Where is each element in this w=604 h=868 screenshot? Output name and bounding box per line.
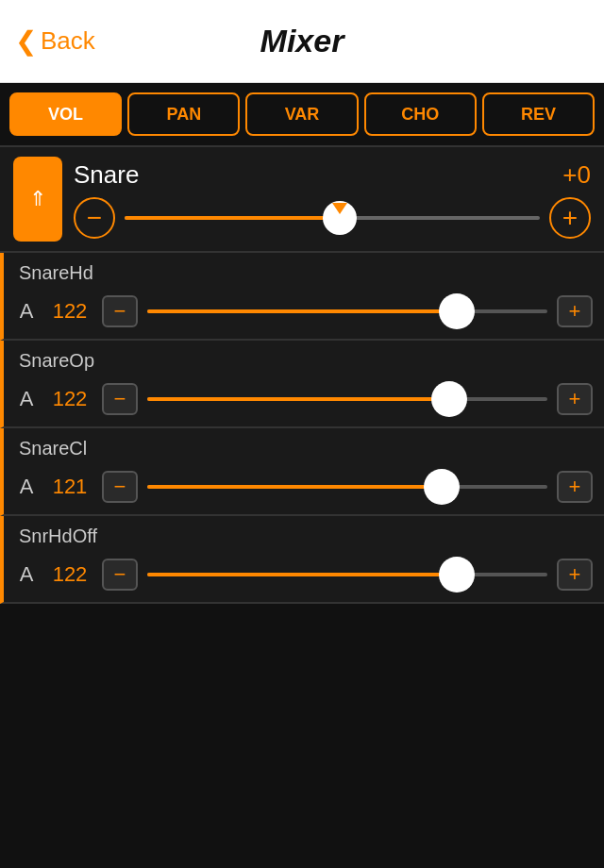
back-label: Back [41,26,95,56]
channel-letter: A [15,475,38,499]
double-up-icon: ⇑ [29,187,46,211]
header: ❮ Back Mixer [0,0,604,83]
tab-var[interactable]: VAR [245,92,358,136]
channel-slider-fill [147,309,457,313]
tab-rev[interactable]: REV [482,92,595,136]
channel-plus-button[interactable]: + [557,383,593,415]
tab-bar: VOL PAN VAR CHO REV [0,83,604,147]
channel-group-snareop: SnareOp A 122 − + [0,341,604,428]
channel-name: SnareCl [4,428,604,465]
tab-cho[interactable]: CHO [364,92,477,136]
channel-group-snarecl: SnareCl A 121 − + [0,428,604,516]
master-section: ⇑ Snare +0 − + [0,147,604,253]
master-slider-triangle [332,203,347,214]
plus-icon: + [569,475,581,499]
channel-name: SnareHd [4,253,604,290]
channel-plus-button[interactable]: + [557,559,593,591]
channel-slider-track[interactable] [147,397,547,401]
channel-minus-button[interactable]: − [102,383,138,415]
channel-minus-button[interactable]: − [102,295,138,327]
page-title: Mixer [260,23,344,59]
channel-letter: A [15,299,38,324]
master-slider-track[interactable] [125,216,540,220]
channel-slider-fill [147,397,449,401]
channel-slider-thumb[interactable] [431,381,467,417]
channel-group-snrhdoff: SnrHdOff A 122 − + [0,516,604,604]
channel-value: 122 [47,387,92,411]
plus-icon: + [569,387,581,411]
channel-minus-button[interactable]: − [102,559,138,591]
channel-name: SnrHdOff [4,516,604,553]
chevron-left-icon: ❮ [15,25,37,57]
plus-icon: + [569,562,581,587]
channel-row: A 122 − + [4,377,604,426]
master-content: Snare +0 − + [74,160,591,239]
channel-slider-thumb[interactable] [424,469,460,505]
channel-row: A 121 − + [4,465,604,514]
channel-row: A 122 − + [4,553,604,602]
master-slider-fill [125,216,340,220]
master-icon[interactable]: ⇑ [13,157,62,242]
channel-value: 122 [47,299,92,324]
minus-icon: − [114,387,126,411]
minus-icon: − [114,475,126,499]
channel-slider-fill [147,573,457,576]
channel-value: 121 [47,475,92,499]
back-button[interactable]: ❮ Back [15,25,95,57]
channels-container: SnareHd A 122 − + SnareOp A 122 − [0,253,604,604]
minus-icon: − [87,205,102,231]
channel-minus-button[interactable]: − [102,471,138,503]
master-label: Snare [74,160,139,190]
tab-vol[interactable]: VOL [9,92,122,136]
plus-icon: + [569,299,581,324]
channel-plus-button[interactable]: + [557,295,593,327]
channel-group-snarehd: SnareHd A 122 − + [0,253,604,341]
channel-letter: A [15,387,38,411]
channel-value: 122 [47,562,92,587]
master-value: +0 [562,160,591,190]
channel-row: A 122 − + [4,290,604,339]
channel-slider-thumb[interactable] [439,293,475,329]
channel-slider-fill [147,485,442,489]
channel-letter: A [15,562,38,587]
minus-icon: − [114,299,126,324]
channel-slider-track[interactable] [147,309,547,313]
master-plus-button[interactable]: + [549,197,591,239]
channel-name: SnareOp [4,341,604,377]
tab-pan[interactable]: PAN [127,92,240,136]
master-minus-button[interactable]: − [74,197,115,239]
master-slider-row: − + [74,197,591,239]
channel-slider-track[interactable] [147,485,547,489]
channel-slider-thumb[interactable] [439,557,475,593]
channel-plus-button[interactable]: + [557,471,593,503]
channel-slider-track[interactable] [147,573,547,576]
master-top-row: Snare +0 [74,160,591,190]
minus-icon: − [114,562,126,587]
plus-icon: + [562,205,578,231]
